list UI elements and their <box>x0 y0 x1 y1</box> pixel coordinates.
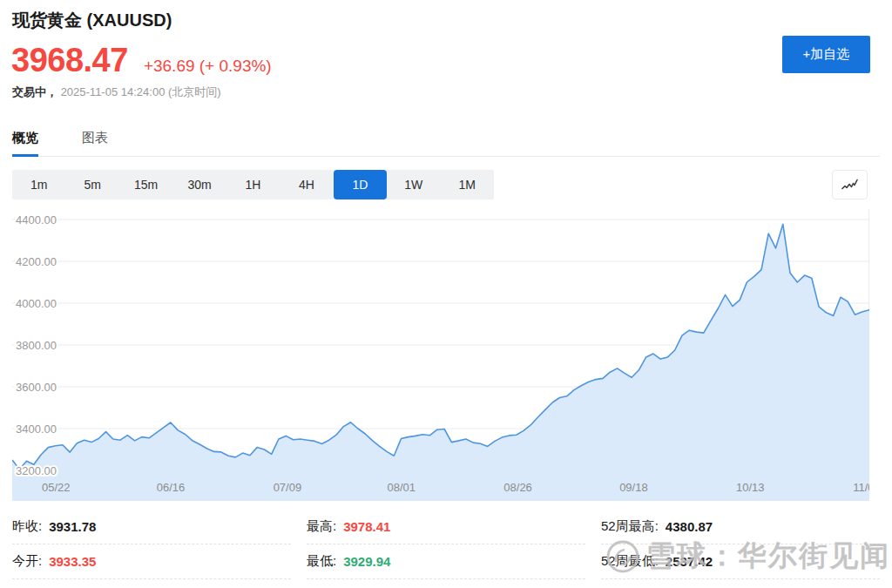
svg-text:08/26: 08/26 <box>503 481 532 494</box>
status-row: 交易中， 2025-11-05 14:24:00 (北京时间) <box>12 84 221 100</box>
trading-status: 交易中， <box>12 85 57 98</box>
price-chart[interactable]: 4400.004200.004000.003800.003600.003400.… <box>12 209 869 501</box>
tab-chart[interactable]: 图表 <box>82 125 108 156</box>
period-button-1M[interactable]: 1M <box>441 170 494 199</box>
stats-column-2: 最高: 3978.41 最低: 3929.94 <box>307 510 585 579</box>
svg-text:3600.00: 3600.00 <box>16 381 57 394</box>
tab-overview[interactable]: 概览 <box>12 125 38 156</box>
svg-text:10/13: 10/13 <box>736 481 765 494</box>
stat-52w-high: 52周最高: 4380.87 <box>601 510 880 544</box>
svg-text:07/09: 07/09 <box>274 481 302 494</box>
current-price: 3968.47 <box>11 42 128 79</box>
quote-stats: 昨收: 3931.78 今开: 3933.35 最高: 3978.41 最低: … <box>12 510 880 579</box>
tab-chart-label: 图表 <box>82 130 108 145</box>
period-button-4h[interactable]: 4H <box>280 170 333 199</box>
add-watchlist-button[interactable]: +加自选 <box>782 36 870 73</box>
period-button-15m[interactable]: 15m <box>119 170 172 199</box>
tab-bar: 概览 图表 <box>12 125 880 157</box>
svg-text:09/18: 09/18 <box>619 481 648 494</box>
stats-column-1: 昨收: 3931.78 今开: 3933.35 <box>12 510 291 579</box>
period-button-5m[interactable]: 5m <box>65 170 118 199</box>
quote-page: 现货黄金 (XAUUSD) 3968.47 +36.69 (+ 0.93%) 交… <box>0 0 892 588</box>
svg-text:3200.00: 3200.00 <box>16 464 57 477</box>
svg-text:4000.00: 4000.00 <box>16 297 57 310</box>
instrument-title: 现货黄金 (XAUUSD) <box>12 9 172 32</box>
svg-text:06/16: 06/16 <box>157 481 186 494</box>
price-area-chart: 4400.004200.004000.003800.003600.003400.… <box>12 209 869 501</box>
period-selector: 1m 5m 15m 30m 1H 4H 1D 1W 1M <box>12 170 494 199</box>
stat-open: 今开: 3933.35 <box>12 544 291 579</box>
trend-line-icon <box>841 179 859 191</box>
svg-text:4200.00: 4200.00 <box>16 255 57 268</box>
period-button-1h[interactable]: 1H <box>226 170 280 199</box>
svg-text:08/01: 08/01 <box>387 481 416 494</box>
svg-text:3400.00: 3400.00 <box>16 422 57 436</box>
period-button-1w[interactable]: 1W <box>387 170 440 199</box>
svg-text:05/22: 05/22 <box>42 481 71 494</box>
tab-overview-label: 概览 <box>12 130 38 145</box>
svg-text:11/05: 11/05 <box>853 481 869 494</box>
stat-high: 最高: 3978.41 <box>307 510 585 544</box>
svg-text:3800.00: 3800.00 <box>16 339 57 352</box>
svg-text:4400.00: 4400.00 <box>16 213 57 226</box>
quote-timestamp: 2025-11-05 14:24:00 (北京时间) <box>61 85 221 98</box>
period-button-1m[interactable]: 1m <box>12 170 65 199</box>
stat-52w-low: 52周最低: 2537.42 <box>601 544 880 579</box>
stat-low: 最低: 3929.94 <box>307 544 585 579</box>
price-change: +36.69 (+ 0.93%) <box>144 57 272 76</box>
stats-column-3: 52周最高: 4380.87 52周最低: 2537.42 <box>601 510 880 579</box>
period-button-30m[interactable]: 30m <box>172 170 226 199</box>
period-button-1d[interactable]: 1D <box>334 170 387 199</box>
price-row: 3968.47 +36.69 (+ 0.93%) <box>11 42 272 79</box>
active-tab-underline <box>12 154 38 157</box>
chart-style-button[interactable] <box>832 170 868 199</box>
stat-prev-close: 昨收: 3931.78 <box>12 510 291 544</box>
